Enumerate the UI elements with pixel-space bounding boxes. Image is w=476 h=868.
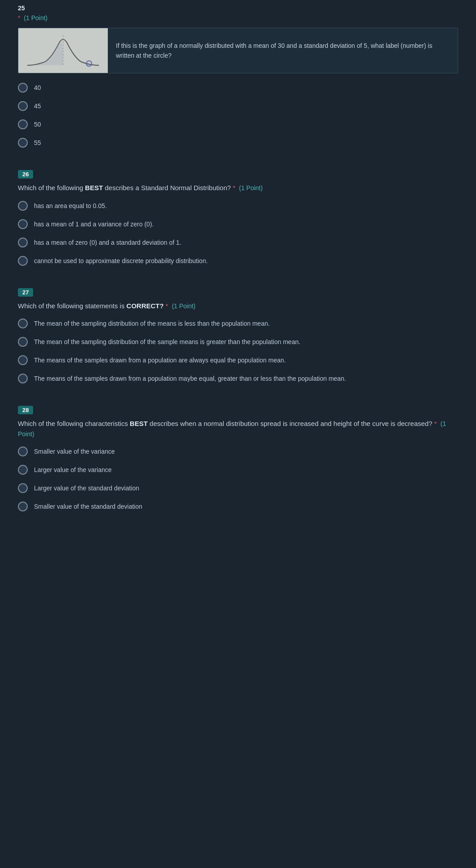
q25-radio-a[interactable] — [18, 83, 28, 93]
q27-radio-c[interactable] — [18, 355, 28, 365]
q27-points: (1 Point) — [172, 302, 196, 310]
q25-number: 25 — [18, 4, 458, 12]
q28-option-d-text: Smaller value of the standard deviation — [34, 501, 142, 511]
q26-option-b[interactable]: has a mean of 1 and a variance of zero (… — [18, 219, 458, 229]
q25-option-d[interactable]: 55 — [18, 137, 458, 148]
q28-required-star: * — [434, 420, 437, 427]
q25-option-a[interactable]: 40 — [18, 82, 458, 93]
q26-text: Which of the following BEST describes a … — [18, 183, 458, 193]
q26-option-b-text: has a mean of 1 and a variance of zero (… — [34, 219, 154, 229]
q27-text: Which of the following statements is COR… — [18, 301, 458, 311]
q28-text: Which of the following characteristics B… — [18, 419, 458, 439]
q26-option-d[interactable]: cannot be used to approximate discrete p… — [18, 255, 458, 266]
q28-badge: 28 — [18, 406, 33, 414]
q27-options: The mean of the sampling distribution of… — [18, 318, 458, 383]
q28-bold: BEST — [130, 420, 148, 427]
q25-options: 40 45 50 55 — [18, 82, 458, 148]
q27-radio-a[interactable] — [18, 319, 28, 328]
q28-radio-c[interactable] — [18, 483, 28, 493]
q28-radio-a[interactable] — [18, 447, 28, 456]
q27-option-a-text: The mean of the sampling distribution of… — [34, 318, 270, 328]
q28-radio-d[interactable] — [18, 502, 28, 511]
question-26-block: 26 Which of the following BEST describes… — [18, 161, 458, 266]
question-27-block: 27 Which of the following statements is … — [18, 279, 458, 384]
page-container: 25 * (1 Point) — [0, 0, 476, 543]
q26-options: has an area equal to 0.05. has a mean of… — [18, 200, 458, 266]
question-25-block: 25 * (1 Point) — [18, 0, 458, 148]
q26-option-a-text: has an area equal to 0.05. — [34, 200, 107, 211]
q26-text-part1: Which of the following — [18, 184, 85, 191]
q28-text-part2: describes when a normal distribution spr… — [148, 420, 434, 427]
q26-radio-b[interactable] — [18, 219, 28, 229]
q27-radio-b[interactable] — [18, 337, 28, 347]
q28-option-a[interactable]: Smaller value of the variance — [18, 446, 458, 456]
q25-option-c[interactable]: 50 — [18, 119, 458, 129]
q25-option-b-text: 45 — [34, 101, 41, 111]
q25-option-c-text: 50 — [34, 119, 41, 129]
q26-badge: 26 — [18, 170, 33, 179]
q28-option-d[interactable]: Smaller value of the standard deviation — [18, 501, 458, 511]
q25-image — [18, 28, 108, 73]
q26-points: (1 Point) — [239, 184, 263, 191]
q27-option-c-text: The means of the samples drawn from a po… — [34, 355, 286, 365]
q25-image-text: If this is the graph of a normally distr… — [108, 28, 458, 73]
q26-option-a[interactable]: has an area equal to 0.05. — [18, 200, 458, 211]
question-28-block: 28 Which of the following characteristic… — [18, 397, 458, 511]
q25-radio-b[interactable] — [18, 101, 28, 111]
q26-radio-d[interactable] — [18, 256, 28, 266]
q28-option-b[interactable]: Larger value of the variance — [18, 464, 458, 475]
q28-option-b-text: Larger value of the variance — [34, 464, 112, 475]
q28-radio-b[interactable] — [18, 465, 28, 475]
q25-radio-c[interactable] — [18, 119, 28, 129]
q27-text-part1: Which of the following statements is — [18, 302, 127, 310]
q25-points: (1 Point) — [24, 14, 47, 21]
q25-option-b[interactable]: 45 — [18, 101, 458, 111]
q25-required: * (1 Point) — [18, 14, 458, 21]
q27-required-star: * — [166, 302, 168, 310]
q26-radio-a[interactable] — [18, 201, 28, 211]
q25-option-d-text: 55 — [34, 137, 41, 148]
q27-option-b[interactable]: The mean of the sampling distribution of… — [18, 336, 458, 347]
q26-bold: BEST — [85, 184, 103, 191]
q28-option-c-text: Larger value of the standard deviation — [34, 483, 139, 493]
q26-radio-c[interactable] — [18, 238, 28, 247]
required-star: * — [18, 14, 20, 21]
q26-text-part2: describes a Standard Normal Distribution… — [103, 184, 233, 191]
q25-image-box: If this is the graph of a normally distr… — [18, 28, 458, 73]
q27-option-d[interactable]: The means of the samples drawn from a po… — [18, 373, 458, 383]
q28-option-c[interactable]: Larger value of the standard deviation — [18, 483, 458, 493]
q25-option-a-text: 40 — [34, 82, 41, 93]
q28-text-part1: Which of the following characteristics — [18, 420, 130, 427]
q27-option-d-text: The means of the samples drawn from a po… — [34, 373, 346, 383]
q26-option-c-text: has a mean of zero (0) and a standard de… — [34, 237, 181, 247]
q26-required-star: * — [233, 184, 235, 191]
q27-badge: 27 — [18, 288, 33, 297]
q27-bold: CORRECT? — [127, 302, 164, 310]
q26-option-d-text: cannot be used to approximate discrete p… — [34, 255, 208, 266]
q25-radio-d[interactable] — [18, 138, 28, 148]
q27-option-a[interactable]: The mean of the sampling distribution of… — [18, 318, 458, 328]
q26-option-c[interactable]: has a mean of zero (0) and a standard de… — [18, 237, 458, 247]
q28-options: Smaller value of the variance Larger val… — [18, 446, 458, 511]
q27-option-c[interactable]: The means of the samples drawn from a po… — [18, 355, 458, 365]
q28-option-a-text: Smaller value of the variance — [34, 446, 115, 456]
q27-radio-d[interactable] — [18, 374, 28, 383]
q27-option-b-text: The mean of the sampling distribution of… — [34, 336, 300, 347]
